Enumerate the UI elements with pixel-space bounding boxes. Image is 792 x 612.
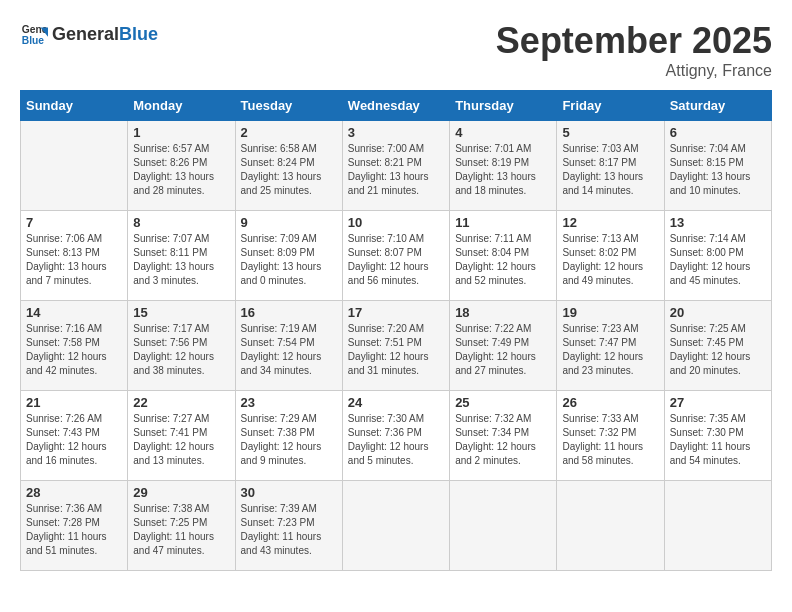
cell-info: Sunrise: 7:36 AM Sunset: 7:28 PM Dayligh… — [26, 502, 122, 558]
cell-1-5: 4Sunrise: 7:01 AM Sunset: 8:19 PM Daylig… — [450, 121, 557, 211]
cell-info: Sunrise: 7:17 AM Sunset: 7:56 PM Dayligh… — [133, 322, 229, 378]
cell-info: Sunrise: 7:35 AM Sunset: 7:30 PM Dayligh… — [670, 412, 766, 468]
cell-2-4: 10Sunrise: 7:10 AM Sunset: 8:07 PM Dayli… — [342, 211, 449, 301]
day-number: 27 — [670, 395, 766, 410]
day-number: 16 — [241, 305, 337, 320]
logo: General Blue GeneralBlue — [20, 20, 158, 48]
day-number: 5 — [562, 125, 658, 140]
day-number: 1 — [133, 125, 229, 140]
cell-2-3: 9Sunrise: 7:09 AM Sunset: 8:09 PM Daylig… — [235, 211, 342, 301]
cell-5-7 — [664, 481, 771, 571]
cell-1-7: 6Sunrise: 7:04 AM Sunset: 8:15 PM Daylig… — [664, 121, 771, 211]
cell-1-4: 3Sunrise: 7:00 AM Sunset: 8:21 PM Daylig… — [342, 121, 449, 211]
cell-5-3: 30Sunrise: 7:39 AM Sunset: 7:23 PM Dayli… — [235, 481, 342, 571]
day-number: 12 — [562, 215, 658, 230]
day-number: 10 — [348, 215, 444, 230]
cell-info: Sunrise: 7:07 AM Sunset: 8:11 PM Dayligh… — [133, 232, 229, 288]
week-row-2: 7Sunrise: 7:06 AM Sunset: 8:13 PM Daylig… — [21, 211, 772, 301]
cell-3-7: 20Sunrise: 7:25 AM Sunset: 7:45 PM Dayli… — [664, 301, 771, 391]
week-row-3: 14Sunrise: 7:16 AM Sunset: 7:58 PM Dayli… — [21, 301, 772, 391]
cell-3-3: 16Sunrise: 7:19 AM Sunset: 7:54 PM Dayli… — [235, 301, 342, 391]
cell-info: Sunrise: 7:03 AM Sunset: 8:17 PM Dayligh… — [562, 142, 658, 198]
header-sunday: Sunday — [21, 91, 128, 121]
cell-info: Sunrise: 7:04 AM Sunset: 8:15 PM Dayligh… — [670, 142, 766, 198]
day-number: 26 — [562, 395, 658, 410]
cell-5-6 — [557, 481, 664, 571]
day-number: 6 — [670, 125, 766, 140]
day-number: 19 — [562, 305, 658, 320]
cell-4-1: 21Sunrise: 7:26 AM Sunset: 7:43 PM Dayli… — [21, 391, 128, 481]
cell-2-2: 8Sunrise: 7:07 AM Sunset: 8:11 PM Daylig… — [128, 211, 235, 301]
day-number: 4 — [455, 125, 551, 140]
cell-5-1: 28Sunrise: 7:36 AM Sunset: 7:28 PM Dayli… — [21, 481, 128, 571]
cell-1-1 — [21, 121, 128, 211]
cell-info: Sunrise: 7:06 AM Sunset: 8:13 PM Dayligh… — [26, 232, 122, 288]
week-row-1: 1Sunrise: 6:57 AM Sunset: 8:26 PM Daylig… — [21, 121, 772, 211]
cell-info: Sunrise: 7:14 AM Sunset: 8:00 PM Dayligh… — [670, 232, 766, 288]
day-number: 7 — [26, 215, 122, 230]
cell-info: Sunrise: 7:25 AM Sunset: 7:45 PM Dayligh… — [670, 322, 766, 378]
cell-info: Sunrise: 7:32 AM Sunset: 7:34 PM Dayligh… — [455, 412, 551, 468]
cell-info: Sunrise: 6:58 AM Sunset: 8:24 PM Dayligh… — [241, 142, 337, 198]
logo-general-text: General — [52, 24, 119, 44]
logo-blue-text: Blue — [119, 24, 158, 44]
header-monday: Monday — [128, 91, 235, 121]
calendar-table: SundayMondayTuesdayWednesdayThursdayFrid… — [20, 90, 772, 571]
day-number: 11 — [455, 215, 551, 230]
cell-3-4: 17Sunrise: 7:20 AM Sunset: 7:51 PM Dayli… — [342, 301, 449, 391]
cell-4-6: 26Sunrise: 7:33 AM Sunset: 7:32 PM Dayli… — [557, 391, 664, 481]
day-number: 23 — [241, 395, 337, 410]
cell-info: Sunrise: 7:30 AM Sunset: 7:36 PM Dayligh… — [348, 412, 444, 468]
cell-5-2: 29Sunrise: 7:38 AM Sunset: 7:25 PM Dayli… — [128, 481, 235, 571]
day-number: 18 — [455, 305, 551, 320]
cell-1-2: 1Sunrise: 6:57 AM Sunset: 8:26 PM Daylig… — [128, 121, 235, 211]
location-title: Attigny, France — [496, 62, 772, 80]
cell-info: Sunrise: 7:16 AM Sunset: 7:58 PM Dayligh… — [26, 322, 122, 378]
day-number: 30 — [241, 485, 337, 500]
cell-4-3: 23Sunrise: 7:29 AM Sunset: 7:38 PM Dayli… — [235, 391, 342, 481]
cell-4-2: 22Sunrise: 7:27 AM Sunset: 7:41 PM Dayli… — [128, 391, 235, 481]
day-number: 21 — [26, 395, 122, 410]
day-number: 28 — [26, 485, 122, 500]
day-number: 13 — [670, 215, 766, 230]
cell-5-5 — [450, 481, 557, 571]
cell-info: Sunrise: 7:26 AM Sunset: 7:43 PM Dayligh… — [26, 412, 122, 468]
cell-1-6: 5Sunrise: 7:03 AM Sunset: 8:17 PM Daylig… — [557, 121, 664, 211]
cell-2-6: 12Sunrise: 7:13 AM Sunset: 8:02 PM Dayli… — [557, 211, 664, 301]
day-number: 24 — [348, 395, 444, 410]
day-number: 8 — [133, 215, 229, 230]
cell-3-2: 15Sunrise: 7:17 AM Sunset: 7:56 PM Dayli… — [128, 301, 235, 391]
header: General Blue GeneralBlue September 2025 … — [20, 20, 772, 80]
logo-icon: General Blue — [20, 20, 48, 48]
day-number: 2 — [241, 125, 337, 140]
title-area: September 2025 Attigny, France — [496, 20, 772, 80]
cell-4-4: 24Sunrise: 7:30 AM Sunset: 7:36 PM Dayli… — [342, 391, 449, 481]
week-row-4: 21Sunrise: 7:26 AM Sunset: 7:43 PM Dayli… — [21, 391, 772, 481]
cell-5-4 — [342, 481, 449, 571]
calendar-header-row: SundayMondayTuesdayWednesdayThursdayFrid… — [21, 91, 772, 121]
cell-info: Sunrise: 7:27 AM Sunset: 7:41 PM Dayligh… — [133, 412, 229, 468]
day-number: 17 — [348, 305, 444, 320]
cell-info: Sunrise: 7:09 AM Sunset: 8:09 PM Dayligh… — [241, 232, 337, 288]
day-number: 3 — [348, 125, 444, 140]
cell-3-1: 14Sunrise: 7:16 AM Sunset: 7:58 PM Dayli… — [21, 301, 128, 391]
cell-4-5: 25Sunrise: 7:32 AM Sunset: 7:34 PM Dayli… — [450, 391, 557, 481]
cell-info: Sunrise: 7:19 AM Sunset: 7:54 PM Dayligh… — [241, 322, 337, 378]
cell-info: Sunrise: 7:39 AM Sunset: 7:23 PM Dayligh… — [241, 502, 337, 558]
cell-info: Sunrise: 6:57 AM Sunset: 8:26 PM Dayligh… — [133, 142, 229, 198]
header-wednesday: Wednesday — [342, 91, 449, 121]
cell-info: Sunrise: 7:23 AM Sunset: 7:47 PM Dayligh… — [562, 322, 658, 378]
cell-info: Sunrise: 7:13 AM Sunset: 8:02 PM Dayligh… — [562, 232, 658, 288]
month-title: September 2025 — [496, 20, 772, 62]
week-row-5: 28Sunrise: 7:36 AM Sunset: 7:28 PM Dayli… — [21, 481, 772, 571]
cell-4-7: 27Sunrise: 7:35 AM Sunset: 7:30 PM Dayli… — [664, 391, 771, 481]
cell-info: Sunrise: 7:10 AM Sunset: 8:07 PM Dayligh… — [348, 232, 444, 288]
day-number: 20 — [670, 305, 766, 320]
day-number: 22 — [133, 395, 229, 410]
cell-info: Sunrise: 7:38 AM Sunset: 7:25 PM Dayligh… — [133, 502, 229, 558]
cell-3-6: 19Sunrise: 7:23 AM Sunset: 7:47 PM Dayli… — [557, 301, 664, 391]
cell-info: Sunrise: 7:22 AM Sunset: 7:49 PM Dayligh… — [455, 322, 551, 378]
svg-text:Blue: Blue — [22, 35, 45, 46]
cell-2-1: 7Sunrise: 7:06 AM Sunset: 8:13 PM Daylig… — [21, 211, 128, 301]
day-number: 9 — [241, 215, 337, 230]
